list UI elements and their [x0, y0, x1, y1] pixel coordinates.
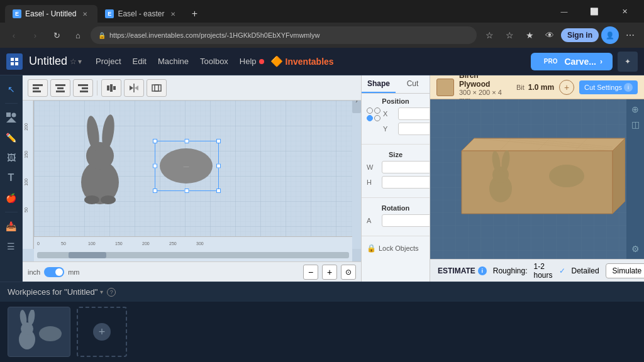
refresh-button[interactable]: ↻ [48, 26, 65, 44]
tab-shape[interactable]: Shape [362, 75, 396, 93]
sidebar-select-tool[interactable]: ↖ [3, 80, 20, 98]
zoom-out-button[interactable]: − [303, 265, 318, 280]
forward-button[interactable]: › [26, 26, 44, 44]
help-dot [259, 59, 264, 64]
browser-tab-easter[interactable]: E Easel - easter ✕ [97, 5, 186, 23]
svg-marker-49 [613, 138, 625, 214]
inventables-logo[interactable]: 🔶 Inventables [270, 54, 334, 69]
zoom-in-button[interactable]: + [322, 265, 337, 280]
sidebar-apps-tool[interactable]: 🍎 [3, 189, 20, 207]
maximize-button[interactable]: ⬜ [580, 3, 609, 20]
carve-button[interactable]: PRO Carve... › [531, 53, 613, 70]
svg-text:150: 150 [24, 151, 28, 158]
home-button[interactable]: ⌂ [69, 26, 87, 44]
bunny-shape[interactable] [72, 113, 128, 207]
tab-close-untitled[interactable]: ✕ [80, 9, 90, 19]
new-tab-button[interactable]: + [186, 5, 203, 23]
distribution-button[interactable] [101, 79, 121, 97]
pos-radio-mr[interactable] [374, 115, 380, 121]
x-input[interactable] [398, 107, 430, 120]
preview-icon-3[interactable]: ⚙ [631, 244, 640, 254]
star-icon[interactable]: ☆ [70, 57, 77, 66]
height-input[interactable] [382, 176, 430, 189]
svg-rect-9 [33, 90, 41, 92]
minimize-button[interactable]: — [550, 3, 579, 20]
address-bar[interactable]: 🔒 https://easel.inventables.com/projects… [91, 26, 477, 44]
workpiece-thumbnail-1[interactable] [8, 307, 70, 357]
url-text: https://easel.inventables.com/projects/-… [109, 31, 319, 39]
workpiece-add-button[interactable]: + [77, 307, 127, 357]
egg-shape[interactable]: — [157, 145, 216, 187]
angle-input[interactable] [382, 214, 430, 227]
zoom-fit-button[interactable]: ⊙ [341, 265, 356, 280]
pos-radio-tr[interactable] [374, 107, 380, 114]
canvas-toolbar [23, 75, 361, 101]
menu-project[interactable]: Project [91, 54, 126, 69]
sidebar-text-tool[interactable]: T [3, 169, 20, 187]
width-input[interactable] [382, 161, 430, 173]
back-button[interactable]: ‹ [5, 26, 23, 44]
align-left-button[interactable] [28, 79, 48, 97]
estimate-info-icon[interactable]: i [478, 266, 487, 275]
canvas-area: 200 150 100 50 [23, 75, 361, 282]
add-workpiece-icon: + [93, 323, 111, 341]
sidebar-more-tool[interactable]: ☰ [3, 238, 20, 255]
sidebar-pen-tool[interactable]: ✏️ [3, 129, 20, 146]
menu-edit[interactable]: Edit [128, 54, 152, 69]
svg-rect-8 [33, 87, 39, 89]
close-button[interactable]: ✕ [610, 3, 639, 20]
toolbar-extra-button[interactable]: ✦ [618, 52, 638, 72]
workpieces-dropdown-icon[interactable]: ▾ [100, 288, 103, 295]
svg-text:300: 300 [196, 241, 204, 246]
pos-radio-ml[interactable] [367, 115, 373, 121]
mm-label: mm [68, 268, 79, 276]
svg-text:0: 0 [37, 241, 40, 246]
svg-rect-23 [155, 85, 161, 91]
browser-profile-icon[interactable]: ☆ [480, 26, 498, 44]
browser-settings-icon[interactable]: ⋯ [621, 26, 639, 44]
menu-toolbox[interactable]: Toolbox [195, 54, 233, 69]
menu-machine[interactable]: Machine [153, 54, 194, 69]
carve-label: Carve... [564, 57, 596, 67]
sign-in-button[interactable]: Sign in [561, 28, 599, 42]
canvas-workspace[interactable]: 200 150 100 50 [23, 101, 361, 261]
preview-icon-2[interactable]: ◫ [631, 119, 640, 129]
left-sidebar: ↖ ✏️ 🖼 T 🍎 📥 ☰ [0, 75, 23, 282]
menu-help[interactable]: Help [235, 54, 269, 69]
svg-rect-3 [15, 62, 18, 65]
browser-reading-icon[interactable]: 👁 [541, 26, 558, 44]
workpieces-help-icon[interactable]: ? [107, 288, 116, 297]
boolean-button[interactable] [147, 79, 167, 97]
dropdown-icon[interactable]: ▾ [78, 57, 82, 66]
svg-text:50: 50 [24, 207, 28, 212]
toggle-switch[interactable] [44, 267, 64, 277]
browser-profile-avatar[interactable]: 👤 [601, 26, 619, 44]
browser-collections-icon[interactable]: ☆ [501, 26, 518, 44]
simulate-button[interactable]: Simulate [606, 263, 644, 278]
browser-tab-untitled[interactable]: E Easel - Untitled ✕ [5, 5, 97, 23]
align-center-button[interactable] [50, 79, 70, 97]
sidebar-image-tool[interactable]: 🖼 [3, 149, 20, 167]
y-input[interactable] [398, 123, 430, 135]
sidebar-shapes-tool[interactable] [3, 109, 20, 126]
cut-settings-button[interactable]: Cut Settings i [579, 80, 638, 94]
material-add-button[interactable]: + [559, 80, 574, 95]
tab-cut[interactable]: Cut [396, 75, 430, 93]
estimate-label: ESTIMATE i [438, 266, 487, 275]
grid-area[interactable]: — [34, 101, 352, 243]
lock-row[interactable]: 🔒 Lock Objects [367, 243, 425, 254]
position-section: Position X [362, 94, 430, 141]
svg-text:200: 200 [24, 123, 28, 131]
preview-icon-1[interactable]: ⊕ [631, 104, 639, 114]
right-scroll-arrow[interactable]: › [352, 101, 361, 113]
pos-radio-tl[interactable] [367, 107, 373, 114]
flip-button[interactable] [124, 79, 144, 97]
horizontal-scrollbar[interactable] [34, 249, 352, 261]
browser-favorites-icon[interactable]: ★ [521, 26, 538, 44]
tab-close-easter[interactable]: ✕ [168, 9, 178, 19]
unit-toggle[interactable]: inch mm [28, 267, 80, 277]
h-scroll-thumb[interactable] [69, 252, 106, 258]
align-right-button[interactable] [73, 79, 93, 97]
svg-text:150: 150 [115, 241, 123, 246]
sidebar-import-tool[interactable]: 📥 [3, 217, 20, 235]
